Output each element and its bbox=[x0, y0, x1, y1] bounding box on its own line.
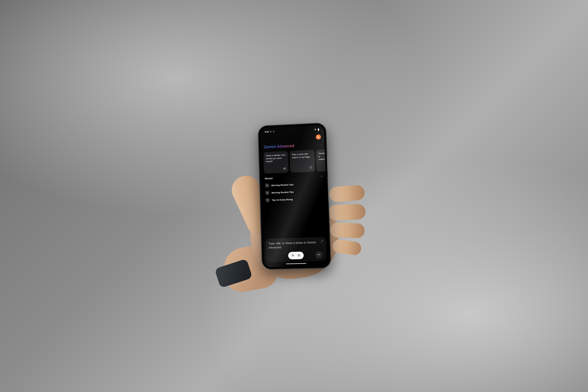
history-icon bbox=[265, 190, 269, 195]
suggestion-cards[interactable]: Settle a debate: how should you store br… bbox=[261, 149, 326, 174]
suggestion-card[interactable]: Plan a meal with what's in my fridge bbox=[289, 150, 315, 172]
history-icon bbox=[265, 198, 270, 202]
gesture-bar bbox=[286, 263, 306, 264]
chat-icon bbox=[270, 130, 272, 132]
svg-rect-3 bbox=[292, 254, 293, 256]
shield-icon bbox=[273, 130, 275, 132]
chevron-right-icon bbox=[321, 175, 322, 178]
suggestion-card[interactable]: Generate a watercolor bbox=[316, 149, 326, 172]
title-word-2: Advanced bbox=[277, 144, 294, 148]
expand-icon[interactable] bbox=[321, 240, 323, 243]
avatar-initial: A bbox=[317, 136, 319, 138]
battery-icon bbox=[318, 128, 319, 130]
microphone-icon[interactable] bbox=[291, 254, 294, 258]
title-word-1: Gemini bbox=[264, 144, 276, 149]
waveform-icon bbox=[317, 253, 321, 257]
svg-rect-0 bbox=[318, 128, 319, 130]
camera-hole bbox=[291, 129, 293, 131]
camera-icon[interactable] bbox=[298, 254, 301, 257]
wifi-icon bbox=[314, 128, 317, 131]
status-time: 9:35 bbox=[265, 130, 269, 133]
recent-item-title: Tips for Early Rising bbox=[272, 198, 293, 201]
recent-item-title: Morning Routine Tips bbox=[271, 183, 294, 186]
svg-point-4 bbox=[299, 255, 299, 256]
recent-section: Recent Morning Routine Tips bbox=[261, 171, 327, 204]
phone-frame: 9:35 bbox=[258, 123, 331, 269]
balance-icon bbox=[283, 167, 286, 171]
svg-rect-1 bbox=[318, 128, 319, 128]
recent-item-title: Morning Routine Tips bbox=[271, 190, 294, 194]
phone-screen: 9:35 bbox=[260, 125, 329, 267]
suggestion-card[interactable]: Settle a debate: how should you store br… bbox=[263, 151, 289, 174]
composer-toolbar bbox=[269, 251, 324, 260]
recent-heading: Recent bbox=[265, 177, 273, 180]
fridge-icon bbox=[309, 166, 313, 170]
composer-placeholder: Type, talk, or share a photo to Gemini A… bbox=[268, 240, 323, 250]
svg-point-5 bbox=[320, 254, 320, 254]
svg-rect-2 bbox=[310, 166, 312, 169]
profile-avatar[interactable]: A bbox=[316, 134, 321, 140]
history-icon bbox=[265, 183, 269, 188]
mic-camera-pill bbox=[288, 252, 304, 260]
recent-header[interactable]: Recent bbox=[265, 175, 322, 180]
composer[interactable]: Type, talk, or share a photo to Gemini A… bbox=[265, 237, 327, 262]
suggestion-text: Generate a watercolor bbox=[318, 152, 325, 161]
suggestion-text: Plan a meal with what's in my fridge bbox=[292, 152, 312, 159]
suggestion-text: Settle a debate: how should you store br… bbox=[266, 154, 286, 163]
live-mode-button[interactable] bbox=[315, 251, 323, 259]
gesture-nav[interactable] bbox=[264, 262, 329, 267]
recent-list: Morning Routine Tips Morning Routine Tip… bbox=[265, 180, 323, 204]
